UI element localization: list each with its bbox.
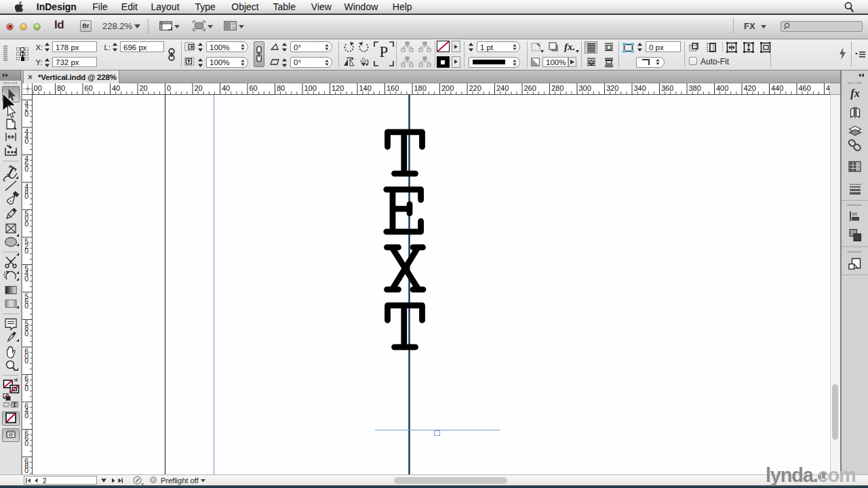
svg-text:2: 2	[43, 478, 47, 483]
svg-text:0: 0	[24, 302, 28, 310]
svg-text:440: 440	[771, 84, 783, 92]
svg-text:120: 120	[332, 84, 344, 92]
svg-text:200: 200	[441, 84, 454, 92]
svg-text:80: 80	[277, 84, 285, 92]
svg-text:280: 280	[551, 84, 564, 92]
svg-text:40: 40	[112, 84, 120, 92]
svg-text:340: 340	[634, 84, 646, 92]
svg-text:140: 140	[359, 84, 372, 92]
svg-text:100: 100	[33, 84, 42, 92]
svg-text:0: 0	[24, 384, 28, 392]
svg-text:260: 260	[524, 84, 536, 92]
svg-text:0: 0	[24, 357, 28, 365]
svg-text:60: 60	[250, 84, 258, 92]
svg-text:80: 80	[57, 84, 65, 92]
svg-text:380: 380	[689, 84, 701, 92]
svg-text:60: 60	[85, 84, 93, 92]
svg-text:160: 160	[387, 84, 399, 92]
svg-text:400: 400	[716, 84, 728, 92]
svg-text:180: 180	[414, 84, 427, 92]
svg-text:360: 360	[661, 84, 673, 92]
svg-text:20: 20	[140, 84, 148, 92]
svg-text:220: 220	[469, 84, 481, 92]
svg-text:320: 320	[606, 84, 618, 92]
svg-text:0: 0	[24, 110, 28, 118]
svg-text:0: 0	[24, 220, 28, 228]
svg-text:0: 0	[24, 137, 28, 145]
svg-text:0: 0	[24, 466, 28, 474]
svg-text:fx: fx	[850, 87, 859, 100]
svg-text:0: 0	[167, 84, 171, 92]
svg-text:0: 0	[24, 192, 28, 200]
svg-text:0: 0	[24, 165, 28, 173]
svg-text:300: 300	[579, 84, 591, 92]
svg-text:420: 420	[744, 84, 756, 92]
svg-text:0: 0	[24, 329, 28, 338]
svg-text:0: 0	[24, 247, 28, 255]
svg-text:100: 100	[304, 84, 317, 92]
svg-text:0: 0	[24, 411, 28, 420]
svg-text:20: 20	[195, 84, 203, 92]
svg-text:40: 40	[222, 84, 230, 92]
svg-text:460: 460	[799, 84, 811, 92]
svg-text:0: 0	[24, 439, 28, 447]
svg-text:240: 240	[496, 84, 509, 92]
svg-text:0: 0	[24, 274, 28, 283]
